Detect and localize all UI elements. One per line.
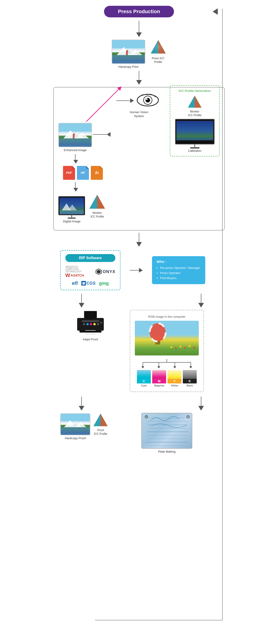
svg-marker-16 xyxy=(195,96,201,108)
feedback-arrow-left xyxy=(213,8,218,15)
printer-icon xyxy=(74,310,107,336)
monitor-icc-label: MonitorICC Profile xyxy=(90,211,104,218)
svg-marker-65 xyxy=(142,366,144,368)
pdf-icon: PDF xyxy=(63,166,75,180)
digital-image-monitor xyxy=(58,196,85,215)
icc-generation-title: ICC Profile Generation xyxy=(174,89,216,92)
cgs-logo: ⬜ CGS xyxy=(81,281,95,286)
svg-rect-37 xyxy=(86,317,95,319)
ai-icon: Ai xyxy=(91,166,103,180)
svg-rect-36 xyxy=(82,320,99,322)
svg-rect-21 xyxy=(59,138,92,147)
wasatch-logo: WASATCH COMPUTER TECHNOLOGY W ASATCH xyxy=(65,266,91,278)
svg-point-56 xyxy=(193,347,195,349)
plate-making-photo xyxy=(141,413,192,449)
cmyk-cards-row: C Cyan M Magenta xyxy=(135,370,199,387)
digital-image-label: Digital Image xyxy=(63,220,81,223)
rgb-cmyk-box: RGB image in the computer xyxy=(130,310,204,392)
svg-point-14 xyxy=(146,98,148,100)
inkjet-proof-section: Inkjet Proof xyxy=(60,310,120,341)
monitor-icc-gamut xyxy=(89,194,106,211)
plate-making-section: Plate Making xyxy=(130,413,204,453)
arrow-to-eye xyxy=(116,100,130,101)
svg-rect-4 xyxy=(126,52,128,55)
rip-software-title: RIP Software xyxy=(65,254,115,262)
proof-icc-gamut xyxy=(93,413,108,428)
enhanced-image-label: Enhanced Image xyxy=(58,148,92,152)
svg-point-55 xyxy=(189,345,191,347)
svg-point-42 xyxy=(90,323,92,325)
proof-icc-label: ProofICC Profile xyxy=(94,428,107,436)
svg-rect-72 xyxy=(61,427,90,435)
magenta-label: Magenta xyxy=(154,384,164,387)
magenta-card: M Magenta xyxy=(152,370,166,387)
arrow-down-1 xyxy=(139,21,139,32)
monitor-icc-section: MonitorICC Profile xyxy=(89,194,106,218)
eye-icon xyxy=(136,92,159,109)
svg-marker-17 xyxy=(188,96,195,108)
hardcopy-print-label: Hardcopy Print xyxy=(118,65,138,68)
press-icc-label: Press ICCProfile xyxy=(152,57,164,64)
cyan-label: Cyan xyxy=(141,384,147,387)
who-box: Who : Pre-press Operator / Manager Press… xyxy=(152,256,205,284)
black-label: Black xyxy=(187,384,193,387)
svg-marker-68 xyxy=(189,366,192,368)
svg-marker-74 xyxy=(101,414,108,426)
efi-logo: efi xyxy=(72,280,78,286)
press-icc-gamut xyxy=(150,39,167,56)
cmyk-split-arrows xyxy=(135,359,199,368)
svg-point-54 xyxy=(184,347,186,349)
monitor-icc-gamut-inner xyxy=(187,95,202,110)
hardcopy-photo xyxy=(112,40,145,64)
who-item-2: Press Operator xyxy=(160,270,201,276)
svg-point-51 xyxy=(170,346,173,348)
svg-marker-75 xyxy=(93,414,101,426)
svg-marker-66 xyxy=(158,366,160,368)
svg-marker-9 xyxy=(151,40,166,54)
cyan-card: C Cyan xyxy=(137,370,151,387)
digital-image-section: Digital Image xyxy=(58,196,85,223)
onyx-logo: ONYX xyxy=(95,268,115,275)
svg-rect-28 xyxy=(60,210,84,214)
svg-marker-30 xyxy=(97,195,105,209)
svg-point-52 xyxy=(175,348,177,350)
rgb-title: RGB image in the computer xyxy=(135,315,199,318)
svg-rect-3 xyxy=(112,55,145,64)
who-item-1: Pre-press Operator / Manager xyxy=(160,266,201,270)
yellow-card: Y Yellow xyxy=(167,370,181,387)
svg-marker-33 xyxy=(97,270,101,274)
black-card: K Black xyxy=(183,370,197,387)
gmg-logo: gmg xyxy=(99,281,109,286)
svg-rect-22 xyxy=(73,135,75,138)
svg-point-44 xyxy=(97,323,99,325)
who-item-3: Print Buyers xyxy=(160,276,201,281)
rip-software-box: RIP Software WASATCH COMPUTER TECHNOLOGY… xyxy=(60,250,120,290)
hardcopy-print-section: Hardcopy Print xyxy=(112,40,145,68)
plate-making-label: Plate Making xyxy=(158,450,175,453)
hardcopy-proof-label: Hardcopy Proof xyxy=(65,436,86,440)
yellow-label: Yellow xyxy=(171,384,178,387)
svg-point-13 xyxy=(145,98,150,102)
press-production-banner: Press Production xyxy=(104,6,174,17)
svg-point-40 xyxy=(83,323,85,325)
enhanced-image-photo xyxy=(58,123,92,147)
svg-rect-39 xyxy=(80,331,102,332)
arrow-head-1 xyxy=(136,32,142,37)
monitor-icc-label-inner: MonitorICC Profile xyxy=(188,110,201,117)
file-types-row: PDF tIfF Ai xyxy=(63,166,220,180)
hardcopy-proof-section: Hardcopy Proof ProofICC Profile xyxy=(60,413,120,440)
svg-point-41 xyxy=(86,323,89,325)
rgb-photo xyxy=(135,321,199,356)
who-title: Who : xyxy=(157,260,201,264)
svg-marker-31 xyxy=(89,195,97,209)
svg-marker-67 xyxy=(173,366,176,368)
svg-point-45 xyxy=(100,322,102,324)
tiff-icon: tIfF xyxy=(77,166,89,180)
hardcopy-proof-photo xyxy=(60,413,90,435)
press-icc-section: Press ICCProfile xyxy=(150,39,167,64)
svg-point-53 xyxy=(179,346,182,348)
inkjet-proof-label: Inkjet Proof xyxy=(83,338,98,341)
svg-point-43 xyxy=(93,323,96,325)
